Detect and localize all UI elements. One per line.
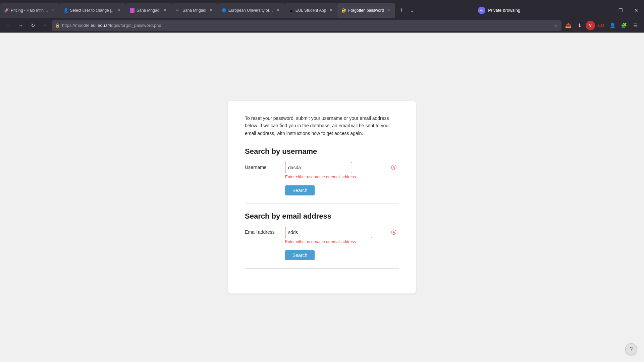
bookmark-star-icon[interactable]: ☆: [554, 23, 558, 28]
username-form-row: Username Ⓐ Enter either username or emai…: [245, 162, 399, 179]
address-bar[interactable]: 🔒 https://moodle.eul.edu.tr/login/forgot…: [52, 20, 561, 31]
security-icon: 🔒: [55, 23, 60, 28]
close-button[interactable]: ✕: [629, 3, 644, 18]
nav-right-icons: 📥 ⬇ V uO 👤 🧩 ☰: [563, 20, 641, 31]
email-error-icon: Ⓐ: [391, 229, 396, 236]
tab-title-4: Sana Mngadi: [182, 8, 206, 13]
tab-student-app[interactable]: 📱 EUL Student App ✕: [285, 3, 338, 18]
browser-chrome: 🚀 Pricing - Halo Infini... ✕ 👤 Select us…: [0, 0, 644, 33]
email-input-wrapper: Ⓐ: [285, 227, 399, 238]
email-form-row: Email address Ⓐ Enter either username or…: [245, 227, 399, 244]
navigation-bar: ← → ↻ ⌂ 🔒 https://moodle.eul.edu.tr/logi…: [0, 18, 644, 33]
intro-text: To reset your password, submit your user…: [245, 115, 399, 137]
tab-sana2[interactable]: ✏ Sana Mngadi ✕: [172, 3, 218, 18]
email-error-msg: Enter either username or email address: [285, 239, 399, 244]
home-button[interactable]: ⌂: [40, 20, 50, 31]
extension-icon[interactable]: 👤: [607, 20, 618, 31]
tab-close-2[interactable]: ✕: [116, 8, 122, 13]
reload-button[interactable]: ↻: [28, 20, 38, 31]
tab-select-user[interactable]: 👤 Select user to change |... ✕: [59, 3, 126, 18]
email-section-title: Search by email address: [245, 212, 399, 221]
tab-title-2: Select user to change |...: [70, 8, 115, 13]
extensions-icon[interactable]: 🧩: [619, 20, 629, 31]
new-tab-button[interactable]: +: [395, 3, 407, 18]
tab-close-1[interactable]: ✕: [50, 8, 55, 13]
back-button[interactable]: ←: [3, 20, 14, 31]
page-content: To reset your password, submit your user…: [0, 33, 644, 362]
username-label: Username: [245, 162, 278, 170]
username-input-wrapper: Ⓐ: [285, 162, 399, 173]
help-button[interactable]: ?: [625, 343, 637, 355]
username-input[interactable]: [285, 162, 352, 173]
email-input[interactable]: [285, 227, 372, 238]
maximize-button[interactable]: ❐: [613, 3, 629, 18]
window-controls: – ❐ ✕: [598, 3, 644, 18]
username-field-wrap: Ⓐ Enter either username or email address: [285, 162, 399, 179]
private-browsing-icon: ∞: [478, 7, 485, 14]
tab-favicon-4: ✏: [176, 8, 180, 13]
tab-title-7: Forgotten password: [348, 8, 384, 13]
tab-close-6[interactable]: ✕: [328, 8, 333, 13]
tab-favicon-7: 🔐: [341, 8, 346, 13]
tab-title-5: European University of I...: [228, 8, 273, 13]
tab-close-3[interactable]: ✕: [162, 8, 168, 13]
bottom-divider: [245, 268, 399, 269]
tab-favicon-5: 🔵: [222, 8, 226, 13]
download-icon[interactable]: ⬇: [574, 20, 585, 31]
tab-sana1[interactable]: Sana Mngadi ✕: [126, 3, 172, 18]
tab-favicon-3: [130, 8, 135, 13]
tab-dropdown-button[interactable]: ⌄: [407, 3, 417, 18]
tab-favicon-1: 🚀: [4, 8, 9, 13]
forward-button[interactable]: →: [15, 20, 26, 31]
email-field-wrap: Ⓐ Enter either username or email address: [285, 227, 399, 244]
pocket-icon[interactable]: 📥: [563, 20, 574, 31]
tab-pricing[interactable]: 🚀 Pricing - Halo Infini... ✕: [0, 3, 59, 18]
profile-avatar[interactable]: V: [586, 21, 595, 30]
tab-favicon-6: 📱: [289, 8, 293, 13]
username-section-title: Search by username: [245, 147, 399, 156]
minimize-button[interactable]: –: [598, 3, 613, 18]
username-error-icon: Ⓐ: [391, 164, 396, 171]
tab-title-3: Sana Mngadi: [137, 8, 160, 13]
username-search-button[interactable]: Search: [285, 185, 315, 195]
ublock-icon[interactable]: uO: [596, 20, 606, 31]
username-error-msg: Enter either username or email address: [285, 175, 399, 179]
forgot-password-card: To reset your password, submit your user…: [228, 101, 416, 293]
menu-icon[interactable]: ☰: [630, 20, 641, 31]
private-browsing-label: ∞ Private browsing: [478, 3, 520, 18]
section-divider: [245, 203, 399, 204]
tab-forgotten-password[interactable]: 🔐 Forgotten password ✕: [337, 3, 395, 18]
email-search-button[interactable]: Search: [285, 250, 315, 260]
tab-close-7[interactable]: ✕: [386, 8, 391, 13]
email-label: Email address: [245, 227, 278, 235]
tab-title-1: Pricing - Halo Infini...: [11, 8, 48, 13]
tab-title-6: EUL Student App: [296, 8, 326, 13]
tab-bar: 🚀 Pricing - Halo Infini... ✕ 👤 Select us…: [0, 0, 644, 18]
tab-close-5[interactable]: ✕: [275, 8, 281, 13]
tab-eul[interactable]: 🔵 European University of I... ✕: [218, 3, 285, 18]
address-text: https://moodle.eul.edu.tr/login/forgot_p…: [62, 23, 550, 28]
tab-close-4[interactable]: ✕: [208, 8, 214, 13]
tab-favicon-2: 👤: [63, 8, 68, 13]
